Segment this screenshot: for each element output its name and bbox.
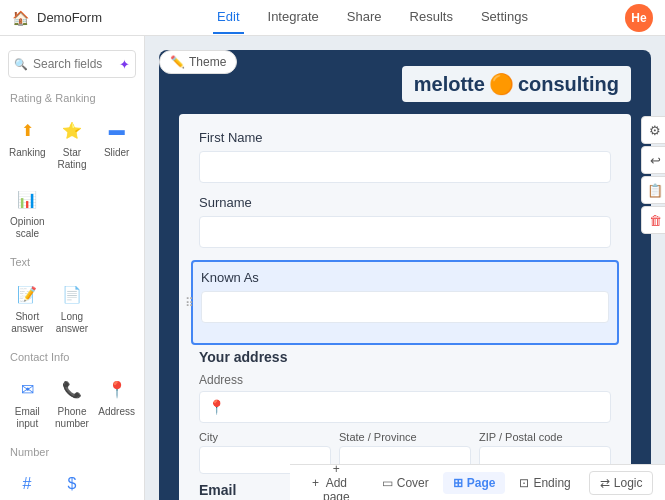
toolbar-settings-btn[interactable]: ⚙ <box>641 116 665 144</box>
number-icon: # <box>13 470 41 498</box>
sidebar-item-short-answer[interactable]: 📝 Short answer <box>6 274 49 341</box>
theme-label: Theme <box>189 55 226 69</box>
nav-integrate[interactable]: Integrate <box>264 1 323 34</box>
nav-edit[interactable]: Edit <box>213 1 243 34</box>
top-nav: 🏠 DemoForm Edit Integrate Share Results … <box>0 0 665 36</box>
sidebar-item-slider[interactable]: ▬ Slider <box>95 110 138 177</box>
magic-icon[interactable]: ✦ <box>119 57 130 72</box>
ending-button[interactable]: ⊡ Ending <box>509 472 580 494</box>
page-button[interactable]: ⊞ Page <box>443 472 506 494</box>
known-as-input[interactable] <box>201 291 609 323</box>
slider-icon: ▬ <box>103 116 131 144</box>
form-fields: First Name Surname ⠿ Known As <box>179 114 631 500</box>
star-rating-label: Star Rating <box>53 147 92 171</box>
side-toolbar: ⚙ ↩ 📋 🗑 <box>641 116 665 234</box>
opinion-scale-icon: 📊 <box>13 185 41 213</box>
sidebar: 🔍 ✦ Rating & Ranking ⬆ Ranking ⭐ Star Ra… <box>0 36 145 500</box>
section-contact-info: Contact Info <box>0 343 144 367</box>
sidebar-item-star-rating[interactable]: ⭐ Star Rating <box>51 110 94 177</box>
long-answer-label: Long answer <box>53 311 92 335</box>
phone-number-icon: 📞 <box>58 375 86 403</box>
logic-button[interactable]: ⇄ Logic <box>589 471 654 495</box>
sidebar-item-opinion-scale[interactable]: 📊 Opinion scale <box>6 179 49 246</box>
brand-logo: melotte 🟠 consulting <box>179 66 631 102</box>
known-as-label: Known As <box>201 270 609 285</box>
home-icon[interactable]: 🏠 <box>12 10 29 26</box>
ranking-icon: ⬆ <box>13 116 41 144</box>
bottom-bar: + + Add page ▭ Cover ⊞ Page ⊡ Ending ⇄ L… <box>290 464 665 500</box>
sidebar-item-currency[interactable]: $ Currency <box>50 464 95 500</box>
logic-label: Logic <box>614 476 643 490</box>
state-label: State / Province <box>339 431 471 443</box>
email-input-label: Email input <box>8 406 47 430</box>
cover-label: Cover <box>397 476 429 490</box>
address-label-form: Address <box>199 373 611 387</box>
surname-input[interactable] <box>199 216 611 248</box>
section-text: Text <box>0 248 144 272</box>
section-rating-ranking: Rating & Ranking <box>0 84 144 108</box>
address-label-sidebar: Address <box>98 406 135 418</box>
location-icon: 📍 <box>208 399 225 415</box>
sidebar-item-ranking[interactable]: ⬆ Ranking <box>6 110 49 177</box>
number-grid: # Number $ Currency <box>0 462 144 500</box>
text-grid: 📝 Short answer 📄 Long answer <box>0 272 144 343</box>
nav-center: Edit Integrate Share Results Settings <box>172 1 573 34</box>
currency-icon: $ <box>58 470 86 498</box>
theme-icon: ✏️ <box>170 55 185 69</box>
toolbar-undo-btn[interactable]: ↩ <box>641 146 665 174</box>
form-title: DemoForm <box>37 10 102 25</box>
opinion-scale-label: Opinion scale <box>8 216 47 240</box>
nav-share[interactable]: Share <box>343 1 386 34</box>
form-canvas-wrapper: ✏️ Theme melotte 🟠 consulting <box>145 36 665 500</box>
search-icon: 🔍 <box>14 58 28 71</box>
sidebar-item-email-input[interactable]: ✉ Email input <box>6 369 49 436</box>
long-answer-icon: 📄 <box>58 280 86 308</box>
first-name-label: First Name <box>199 130 611 145</box>
city-label: City <box>199 431 331 443</box>
zip-label: ZIP / Postal code <box>479 431 611 443</box>
brand-text-consulting: consulting <box>518 73 619 96</box>
logic-icon: ⇄ <box>600 476 610 490</box>
sidebar-item-number[interactable]: # Number <box>6 464 48 500</box>
brand-name: melotte 🟠 consulting <box>402 66 631 102</box>
address-icon: 📍 <box>103 375 131 403</box>
field-known-as: ⠿ Known As <box>191 260 619 345</box>
sidebar-item-phone-number[interactable]: 📞 Phone number <box>51 369 94 436</box>
theme-button[interactable]: ✏️ Theme <box>159 50 237 74</box>
nav-results[interactable]: Results <box>406 1 457 34</box>
main-layout: 🔍 ✦ Rating & Ranking ⬆ Ranking ⭐ Star Ra… <box>0 36 665 500</box>
contact-grid: ✉ Email input 📞 Phone number 📍 Address <box>0 367 144 438</box>
sidebar-item-address[interactable]: 📍 Address <box>95 369 138 436</box>
field-surname: Surname <box>199 195 611 248</box>
section-number: Number <box>0 438 144 462</box>
cover-button[interactable]: ▭ Cover <box>372 472 439 494</box>
cover-icon: ▭ <box>382 476 393 490</box>
rating-ranking-grid: ⬆ Ranking ⭐ Star Rating ▬ Slider 📊 Opini… <box>0 108 144 248</box>
add-page-label: + Add page <box>323 462 350 501</box>
ranking-label: Ranking <box>9 147 46 159</box>
add-page-button[interactable]: + + Add page <box>302 458 360 501</box>
address-section-title: Your address <box>199 349 611 365</box>
first-name-input[interactable] <box>199 151 611 183</box>
add-page-icon: + <box>312 476 319 490</box>
surname-label: Surname <box>199 195 611 210</box>
nav-left: 🏠 DemoForm <box>12 10 172 26</box>
address-input[interactable]: 📍 <box>199 391 611 423</box>
short-answer-icon: 📝 <box>13 280 41 308</box>
toolbar-copy-btn[interactable]: 📋 <box>641 176 665 204</box>
content-area: ✏️ Theme melotte 🟠 consulting <box>145 36 665 500</box>
brand-dot: 🟠 <box>489 72 514 96</box>
help-button[interactable]: He <box>625 4 653 32</box>
slider-label: Slider <box>104 147 130 159</box>
search-container: 🔍 ✦ <box>0 44 144 84</box>
brand-text-melotte: melotte <box>414 73 485 96</box>
sidebar-item-long-answer[interactable]: 📄 Long answer <box>51 274 94 341</box>
email-input-icon: ✉ <box>13 375 41 403</box>
form-canvas: melotte 🟠 consulting First Name Surname <box>159 50 651 500</box>
toolbar-delete-btn[interactable]: 🗑 <box>641 206 665 234</box>
nav-settings[interactable]: Settings <box>477 1 532 34</box>
phone-number-label: Phone number <box>53 406 92 430</box>
ending-icon: ⊡ <box>519 476 529 490</box>
page-icon: ⊞ <box>453 476 463 490</box>
short-answer-label: Short answer <box>8 311 47 335</box>
